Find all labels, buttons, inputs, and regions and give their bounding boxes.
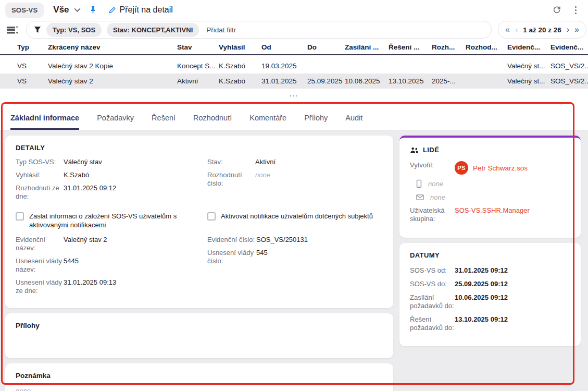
tab-audit[interactable]: Audit	[345, 106, 362, 130]
cell-zkraceny-nazev: Valečný stav 2 Kopie	[48, 62, 177, 70]
phone-value: none	[428, 180, 443, 188]
field-rozhodnuti-ze-dne: Rozhodnutí ze dne: 31.01.2025 09:12	[16, 184, 201, 201]
column-header-do[interactable]: Do	[307, 43, 345, 51]
pagination-range-label: 1 až 20 z 26	[523, 26, 561, 34]
filter-chip-stav[interactable]: Stav: KONCEPT,AKTIVNI	[107, 23, 199, 37]
column-header-evidenc-2[interactable]: Evidenč...	[551, 43, 588, 51]
field-evidencni-cislo: Evidenční číslo: SOS_VS/250131	[207, 236, 383, 244]
people-card-title: LIDÉ	[423, 146, 439, 154]
cell-evidenc-2: SOS_VS/2...	[551, 62, 588, 70]
column-header-rozhod[interactable]: Rozhod...	[466, 43, 507, 51]
created-by-user-link[interactable]: Petr Schwarz.sos	[473, 164, 528, 172]
cell-zasilani: 10.06.2025	[345, 77, 389, 85]
filter-input-container[interactable]: Typ: VS, SOS Stav: KONCEPT,AKTIVNI	[26, 21, 492, 39]
add-filter-input[interactable]	[206, 26, 485, 34]
pagination-next-icon[interactable]: ›	[567, 26, 569, 34]
field-zasilani-pozadavku-do: Zasílání požadavků do: 10.06.2025 09:12	[410, 294, 570, 310]
note-value: none	[16, 387, 383, 391]
column-header-evidenc-1[interactable]: Evidenč...	[507, 43, 551, 51]
field-usneseni-vlady-nazev: Usnesení vlády název: 5445	[16, 257, 201, 274]
cell-vyhlasil: K.Szabó	[219, 62, 261, 70]
pagination-last-icon[interactable]: »	[574, 26, 579, 34]
checkbox-zaslat-informaci[interactable]: Zaslat informaci o založení SOS-VS uživa…	[16, 212, 201, 229]
tab-reseni[interactable]: Řešení	[152, 106, 176, 130]
cell-rozh: 2025-...	[432, 77, 466, 85]
field-usneseni-vlady-cislo: Usnesení vlády číslo: 545	[207, 249, 383, 265]
kebab-menu-icon[interactable]	[572, 5, 580, 15]
field-sos-vs-od: SOS-VS od: 31.01.2025 09:12	[410, 266, 570, 275]
user-group-link[interactable]: SOS-VS.SSHR.Manager	[455, 206, 530, 214]
field-vyhlasil: Vyhlásil: K.Szabó	[16, 171, 201, 179]
column-header-rozh[interactable]: Rozh...	[432, 43, 466, 51]
table-settings-icon[interactable]	[6, 25, 19, 35]
field-usneseni-vlady-ze-dne: Usnesení vlády ze dne: 31.01.2025 09:13	[16, 278, 201, 295]
checkbox-icon[interactable]	[207, 212, 216, 221]
people-card: LIDÉ Vytvořil: PS Petr Schwarz.sos none	[399, 136, 581, 238]
goto-detail-label: Přejít na detail	[120, 5, 173, 15]
cell-od: 31.01.2025	[261, 77, 307, 85]
details-card-title: DETAILY	[16, 144, 383, 152]
expand-rows-button[interactable]: ...	[290, 93, 298, 96]
dates-card-title: DATUMY	[410, 251, 570, 259]
email-row: none	[416, 193, 570, 201]
note-card-title: Poznámka	[16, 372, 383, 380]
goto-detail-link[interactable]: Přejít na detail	[108, 5, 173, 15]
checkbox-aktivovat-notifikace[interactable]: Aktivovat notifikace uživatelům dotčenýc…	[207, 212, 383, 229]
table-row-selected[interactable]: VS Valečný stav 2 Aktivní K.Szabó 31.01.…	[0, 74, 588, 89]
column-header-stav[interactable]: Stav	[177, 43, 219, 51]
results-table: Typ Zkrácený název Stav Vyhlásil Od Do Z…	[0, 40, 588, 100]
cell-od: 19.03.2025	[261, 62, 307, 70]
pin-icon[interactable]	[89, 6, 97, 14]
table-header-row: Typ Zkrácený název Stav Vyhlásil Od Do Z…	[0, 40, 588, 55]
tab-rozhodnuti[interactable]: Rozhodnutí	[193, 106, 232, 130]
cell-stav: Aktivní	[177, 77, 219, 85]
phone-row: none	[416, 179, 570, 188]
pagination-first-icon[interactable]: «	[505, 26, 510, 34]
tab-zakladni-informace[interactable]: Základní informace	[10, 106, 79, 130]
created-by-row: Vytvořil: PS Petr Schwarz.sos	[410, 161, 570, 175]
field-stav: Stav: Aktivní	[207, 158, 383, 166]
cell-do: 25.09.2025	[307, 77, 345, 85]
pagination-prev-icon[interactable]: ‹	[515, 26, 518, 34]
cell-vyhlasil: K.Szabó	[219, 77, 261, 85]
column-header-zasilani[interactable]: Zasílání ...	[345, 43, 389, 51]
funnel-icon	[34, 26, 41, 33]
cell-stav: Koncept S...	[177, 62, 219, 70]
view-selector-dropdown[interactable]: Vše	[53, 5, 80, 15]
column-header-typ[interactable]: Typ	[17, 43, 48, 51]
phone-icon	[416, 179, 422, 188]
avatar: PS	[455, 161, 468, 175]
checkbox-icon[interactable]	[16, 212, 24, 221]
column-header-vyhlasil[interactable]: Vyhlásil	[219, 43, 261, 51]
filter-chip-typ[interactable]: Typ: VS, SOS	[46, 23, 102, 37]
field-typ-sos-vs: Typ SOS-VS: Válečný stav	[16, 158, 201, 166]
email-value: none	[430, 193, 445, 201]
attachments-card-title: Přílohy	[16, 322, 383, 329]
column-header-od[interactable]: Od	[261, 43, 307, 51]
note-card: Poznámka none	[5, 363, 393, 391]
refresh-icon[interactable]	[552, 5, 561, 15]
cell-typ: VS	[17, 77, 48, 85]
table-row[interactable]: VS Valečný stav 2 Kopie Koncept S... K.S…	[0, 58, 588, 74]
cell-evidenc-1: Valečný st...	[507, 77, 551, 85]
tab-pozadavky[interactable]: Požadavky	[97, 106, 134, 130]
view-selector-label: Vše	[53, 5, 69, 15]
pagination: « ‹ 1 až 20 z 26 › »	[498, 21, 586, 39]
tab-komentare[interactable]: Komentáře	[249, 106, 286, 130]
column-header-reseni[interactable]: Řešení ...	[389, 43, 432, 51]
field-reseni-pozadavku-do: Řešení požadavků do: 13.10.2025 09:12	[410, 315, 570, 332]
filter-bar: Typ: VS, SOS Stav: KONCEPT,AKTIVNI « ‹ 1…	[0, 20, 588, 40]
people-icon	[410, 146, 419, 154]
dates-card: DATUMY SOS-VS od: 31.01.2025 09:12 SOS-V…	[399, 243, 581, 346]
column-header-zkraceny-nazev[interactable]: Zkrácený název	[48, 43, 177, 51]
app-badge[interactable]: SOS-VS	[5, 3, 44, 18]
field-rozhodnuti-cislo: Rozhodnutí číslo: none	[207, 171, 383, 188]
user-group-row: Uživatelská skupina: SOS-VS.SSHR.Manager	[410, 206, 570, 223]
top-bar: SOS-VS Vše Přejít na detail	[0, 0, 588, 20]
edit-pencil-icon	[108, 6, 116, 14]
email-icon	[416, 194, 424, 201]
top-bar-actions	[552, 5, 581, 15]
detail-tabs: Základní informace Požadavky Řešení Rozh…	[0, 106, 588, 130]
cell-evidenc-1: Valečný st...	[507, 62, 551, 70]
tab-prilohy[interactable]: Přílohy	[304, 106, 328, 130]
